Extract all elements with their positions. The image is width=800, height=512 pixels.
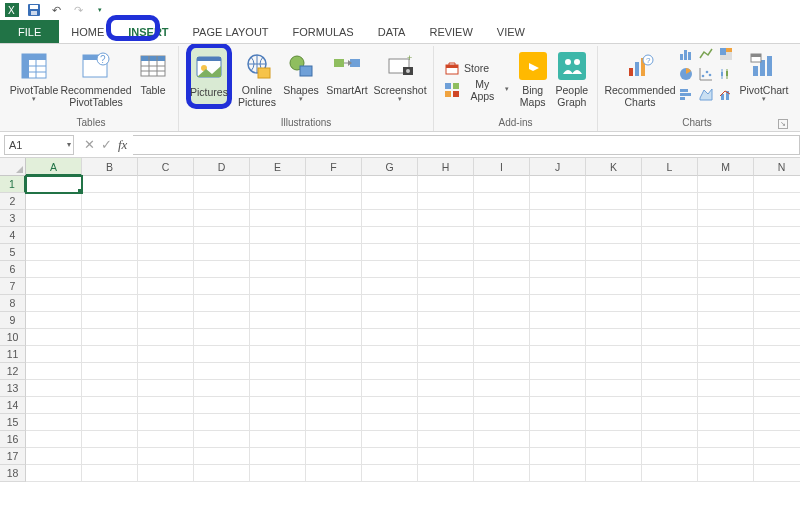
cell[interactable] (642, 295, 698, 312)
cell[interactable] (754, 363, 800, 380)
cell[interactable] (306, 227, 362, 244)
cell[interactable] (306, 295, 362, 312)
cell[interactable] (698, 448, 754, 465)
redo-icon[interactable]: ↷ (70, 2, 86, 18)
cell[interactable] (642, 227, 698, 244)
spreadsheet-grid[interactable]: ABCDEFGHIJKLMN12345678910111213141516171… (0, 158, 800, 482)
cell[interactable] (194, 380, 250, 397)
tab-page-layout[interactable]: PAGE LAYOUT (181, 20, 281, 43)
cell[interactable] (530, 329, 586, 346)
cell[interactable] (698, 465, 754, 482)
cell[interactable] (82, 227, 138, 244)
table-button[interactable]: Table (134, 46, 172, 112)
bing-maps-button[interactable]: Bing Maps (515, 46, 551, 112)
column-header[interactable]: A (26, 158, 82, 176)
cell[interactable] (306, 448, 362, 465)
cell[interactable] (418, 210, 474, 227)
cell[interactable] (194, 278, 250, 295)
cell[interactable] (530, 295, 586, 312)
cell[interactable] (586, 295, 642, 312)
row-header[interactable]: 13 (0, 380, 26, 397)
row-header[interactable]: 9 (0, 312, 26, 329)
cell[interactable] (642, 414, 698, 431)
cell[interactable] (754, 278, 800, 295)
cell[interactable] (586, 414, 642, 431)
cell[interactable] (754, 346, 800, 363)
cell[interactable] (586, 431, 642, 448)
cell[interactable] (698, 261, 754, 278)
online-pictures-button[interactable]: Online Pictures (235, 46, 279, 112)
cell[interactable] (698, 244, 754, 261)
cell[interactable] (362, 363, 418, 380)
cell[interactable] (250, 448, 306, 465)
column-header[interactable]: L (642, 158, 698, 176)
cell[interactable] (362, 312, 418, 329)
cell[interactable] (418, 227, 474, 244)
cell[interactable] (642, 261, 698, 278)
row-header[interactable]: 5 (0, 244, 26, 261)
cell[interactable] (82, 448, 138, 465)
cell[interactable] (642, 210, 698, 227)
cell[interactable] (306, 414, 362, 431)
cell[interactable] (418, 346, 474, 363)
cell[interactable] (474, 210, 530, 227)
formula-input[interactable] (133, 135, 800, 155)
cell[interactable] (754, 397, 800, 414)
cell[interactable] (138, 363, 194, 380)
recommended-charts-button[interactable]: ? Recommended Charts (604, 46, 676, 112)
cell[interactable] (754, 193, 800, 210)
cell[interactable] (82, 176, 138, 193)
tab-formulas[interactable]: FORMULAS (281, 20, 366, 43)
cell[interactable] (194, 210, 250, 227)
row-header[interactable]: 15 (0, 414, 26, 431)
cell[interactable] (474, 329, 530, 346)
cell[interactable] (530, 261, 586, 278)
cell[interactable] (138, 465, 194, 482)
cell[interactable] (418, 295, 474, 312)
cell[interactable] (26, 448, 82, 465)
cell[interactable] (530, 193, 586, 210)
cell[interactable] (586, 448, 642, 465)
cell[interactable] (530, 244, 586, 261)
pie-chart-icon[interactable] (678, 66, 694, 82)
cell[interactable] (362, 210, 418, 227)
row-header[interactable]: 1 (0, 176, 26, 193)
cell[interactable] (138, 414, 194, 431)
cell[interactable] (306, 193, 362, 210)
column-header[interactable]: J (530, 158, 586, 176)
cell[interactable] (26, 278, 82, 295)
stock-chart-icon[interactable] (718, 66, 734, 82)
row-header[interactable]: 2 (0, 193, 26, 210)
cell[interactable] (306, 278, 362, 295)
recommended-pivottables-button[interactable]: ? Recommended PivotTables (60, 46, 132, 112)
cell[interactable] (586, 261, 642, 278)
cell[interactable] (530, 346, 586, 363)
cell[interactable] (138, 244, 194, 261)
cell[interactable] (362, 346, 418, 363)
cell[interactable] (194, 397, 250, 414)
cell[interactable] (306, 431, 362, 448)
cell[interactable] (754, 312, 800, 329)
cell[interactable] (418, 380, 474, 397)
cell[interactable] (250, 227, 306, 244)
cell[interactable] (82, 414, 138, 431)
cell[interactable] (26, 414, 82, 431)
cell[interactable] (474, 261, 530, 278)
cell[interactable] (306, 261, 362, 278)
cell[interactable] (754, 465, 800, 482)
column-header[interactable]: D (194, 158, 250, 176)
cell[interactable] (474, 397, 530, 414)
cell[interactable] (698, 363, 754, 380)
cell[interactable] (26, 397, 82, 414)
cell[interactable] (26, 193, 82, 210)
cell[interactable] (82, 193, 138, 210)
cell[interactable] (698, 414, 754, 431)
cell[interactable] (194, 193, 250, 210)
cell[interactable] (698, 278, 754, 295)
cell[interactable] (250, 261, 306, 278)
cell[interactable] (250, 414, 306, 431)
cell[interactable] (754, 448, 800, 465)
cell[interactable] (530, 278, 586, 295)
tab-review[interactable]: REVIEW (417, 20, 484, 43)
cell[interactable] (306, 465, 362, 482)
